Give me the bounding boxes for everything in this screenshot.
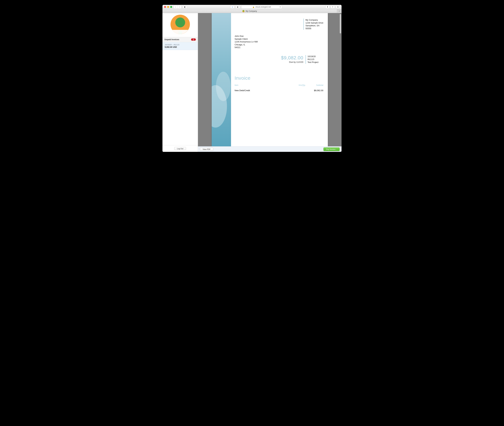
tree-logo-icon bbox=[170, 15, 190, 34]
tab-bar: My Company ＋ bbox=[163, 9, 341, 13]
sidebar-section-unpaid: Unpaid Invoices 1 bbox=[163, 37, 198, 42]
col-item: Item bbox=[234, 84, 289, 86]
address-bar[interactable]: 🔒 cloud.oranged.net ⟳ bbox=[241, 5, 282, 9]
zoom-window-button[interactable] bbox=[170, 6, 172, 8]
col-subtotal: Subtotal bbox=[305, 84, 323, 86]
browser-window: ‹ › ◧ ⌾ ◐ 🔒 cloud.oranged.net ⟳ ⬇ ⇪ bbox=[163, 5, 341, 152]
tabs-overview-button[interactable]: ⧉ bbox=[336, 5, 340, 8]
sidebar-toggle-button[interactable]: ◧ bbox=[183, 5, 187, 8]
invoice-meta: 10/19/20 IN1115 Test Project bbox=[305, 55, 323, 64]
company-name: My Company bbox=[305, 19, 323, 21]
line-item-subtotal: $9,082.00 bbox=[305, 89, 323, 92]
client-city: Chicago, IL bbox=[234, 43, 323, 46]
client-org: Sample Client bbox=[234, 38, 323, 41]
company-address: My Company 1234 Sample Drive Sampleton, … bbox=[304, 19, 323, 30]
line-item-row: New Debt/Credit $9,082.00 bbox=[234, 87, 323, 92]
company-zip: 55555 bbox=[305, 27, 323, 30]
invoice-project: Test Project bbox=[307, 61, 323, 64]
line-item-name: New Debt/Credit bbox=[234, 89, 289, 92]
col-qty: Hrs/Qty. bbox=[289, 84, 305, 86]
favicon-icon bbox=[242, 10, 245, 12]
document-footer: View PDF Pay Invoice... bbox=[198, 146, 341, 152]
invoice-due: Due by 11/2/20 bbox=[281, 61, 303, 63]
section-title: Unpaid Invoices bbox=[164, 38, 179, 41]
tab-my-company[interactable]: My Company bbox=[163, 9, 337, 13]
tab-title: My Company bbox=[246, 10, 257, 12]
shield-icon: ◐ bbox=[237, 6, 239, 8]
privacy-report-button[interactable]: ◐ bbox=[236, 5, 240, 8]
lock-icon: 🔒 bbox=[253, 6, 255, 8]
sidebar: Unpaid Invoices 1 10/19/20 – IN1115 9,08… bbox=[163, 13, 198, 152]
client-address: John Doe Sample Client 1234 Anonymous Ln… bbox=[234, 35, 323, 49]
document-area: My Company 1234 Sample Drive Sampleton, … bbox=[198, 13, 341, 152]
password-manager-button[interactable]: ⌾ bbox=[230, 5, 234, 8]
reload-icon[interactable]: ⟳ bbox=[280, 6, 281, 8]
invoice-item-amount: 9,082.00 USD bbox=[165, 46, 196, 48]
client-zip: 54321 bbox=[234, 46, 323, 49]
company-city: Sampleton, SA bbox=[305, 24, 323, 27]
window-controls bbox=[164, 6, 172, 8]
back-button[interactable]: ‹ bbox=[174, 5, 177, 8]
company-logo bbox=[163, 13, 198, 37]
close-window-button[interactable] bbox=[164, 6, 166, 8]
client-name: John Doe bbox=[234, 35, 323, 38]
line-items-header: Item Hrs/Qty. Subtotal bbox=[234, 84, 323, 87]
client-street: 1234 Anonymous Ln NW bbox=[234, 40, 323, 43]
amount-row: $9,082.00 Due by 11/2/20 10/19/20 IN1115… bbox=[234, 55, 323, 64]
key-icon: ⌾ bbox=[232, 6, 233, 8]
app-content: Unpaid Invoices 1 10/19/20 – IN1115 9,08… bbox=[163, 13, 341, 152]
line-item-qty bbox=[289, 89, 305, 92]
share-button[interactable]: ⇪ bbox=[331, 5, 335, 8]
invoice-number: IN1115 bbox=[307, 58, 323, 61]
tabs-icon: ⧉ bbox=[337, 6, 339, 8]
invoice-total: $9,082.00 bbox=[281, 55, 303, 61]
chevron-right-icon: › bbox=[179, 6, 180, 8]
invoice-page: My Company 1234 Sample Drive Sampleton, … bbox=[212, 13, 328, 146]
logout-button[interactable]: Log Out bbox=[174, 147, 186, 150]
share-icon: ⇪ bbox=[332, 6, 334, 8]
unpaid-count-badge: 1 bbox=[191, 38, 196, 41]
invoice-list-item[interactable]: 10/19/20 – IN1115 9,082.00 USD bbox=[163, 42, 198, 50]
company-street: 1234 Sample Drive bbox=[305, 21, 323, 24]
page-decoration bbox=[212, 13, 231, 146]
download-icon: ⬇ bbox=[327, 6, 328, 8]
invoice-date: 10/19/20 bbox=[307, 55, 323, 58]
sidebar-icon: ◧ bbox=[184, 6, 186, 8]
downloads-button[interactable]: ⬇ bbox=[325, 5, 330, 8]
minimize-window-button[interactable] bbox=[167, 6, 169, 8]
scrollbar[interactable] bbox=[340, 14, 341, 33]
sidebar-footer: Log Out bbox=[163, 145, 198, 152]
page-body: My Company 1234 Sample Drive Sampleton, … bbox=[231, 13, 328, 146]
view-pdf-button[interactable]: View PDF bbox=[200, 148, 213, 151]
new-tab-button[interactable]: ＋ bbox=[337, 9, 341, 13]
document-scroll[interactable]: My Company 1234 Sample Drive Sampleton, … bbox=[198, 13, 341, 146]
pay-invoice-button[interactable]: Pay Invoice... bbox=[323, 148, 340, 151]
address-host: cloud.oranged.net bbox=[256, 6, 271, 8]
chevron-left-icon: ‹ bbox=[175, 6, 176, 8]
invoice-title: Invoice bbox=[234, 75, 323, 81]
titlebar: ‹ › ◧ ⌾ ◐ 🔒 cloud.oranged.net ⟳ ⬇ ⇪ bbox=[163, 5, 341, 9]
nav-back-forward: ‹ › bbox=[173, 5, 182, 9]
forward-button[interactable]: › bbox=[177, 5, 181, 8]
invoice-item-meta: 10/19/20 – IN1115 bbox=[165, 44, 196, 46]
